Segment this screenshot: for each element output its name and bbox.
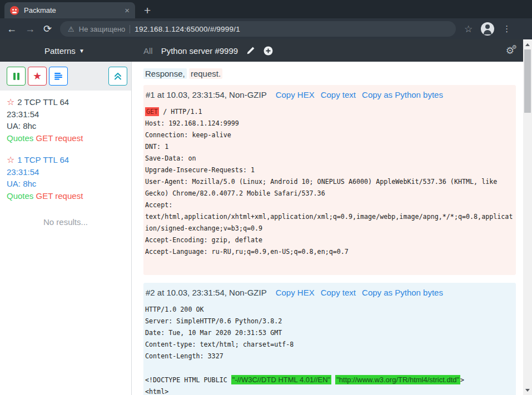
star-icon: ★ (33, 71, 42, 81)
forward-icon[interactable]: → (25, 24, 35, 34)
browser-toolbar: ← → ⟳ ⚠ Не защищено 192.168.1.124:65000/… (0, 18, 532, 39)
copy-copy-text-link[interactable]: Copy text (321, 90, 356, 99)
packet-list: #1 at 10.03, 23:31:54, Non-GZIPCopy HEXC… (143, 85, 516, 395)
profile-avatar[interactable] (481, 22, 494, 36)
page-scrollbar[interactable] (523, 40, 532, 395)
packmate-favicon (10, 6, 19, 15)
packet-body: HTTP/1.0 200 OKServer: SimpleHTTP/0.6 Py… (145, 304, 514, 395)
add-service-button[interactable] (263, 46, 273, 56)
stream-tags: Quotes GET request (7, 132, 125, 144)
stream-title-row: ☆1 TCP TTL 64 (7, 154, 125, 166)
packet-line: Content-Length: 3327 (145, 351, 514, 362)
packet-line: GET / HTTP/1.1 (145, 106, 514, 118)
packet-line: Date: Tue, 10 Mar 2020 20:31:53 GMT (145, 327, 514, 339)
service-title: Python server #9999 (161, 46, 238, 56)
copy-copy-as-python-bytes-link[interactable]: Copy as Python bytes (362, 288, 443, 297)
browser-menu-icon[interactable]: ⋮ (503, 24, 511, 34)
new-tab-button[interactable]: + (144, 4, 151, 16)
packet-meta: #2 at 10.03, 23:31:54, Non-GZIP (146, 288, 267, 297)
copy-copy-hex-link[interactable]: Copy HEX (276, 288, 315, 297)
stream-user-agent: UA: 8hc (7, 120, 125, 132)
highlight-found: "http://www.w3.org/TR/html4/strict.dtd" (335, 375, 460, 384)
packet-header: #1 at 10.03, 23:31:54, Non-GZIPCopy HEXC… (146, 90, 514, 99)
stream-tags: Quotes GET request (7, 190, 125, 202)
packet-line: DNT: 1 (145, 141, 514, 153)
packet-line: text/html,application/xhtml+xml,applicat… (145, 211, 514, 223)
stream-time: 23:31:54 (7, 108, 125, 121)
url-bar[interactable]: ⚠ Не защищено 192.168.1.124:65000/#/9999… (60, 21, 456, 37)
back-icon[interactable]: ← (7, 24, 17, 34)
pause-button[interactable] (7, 67, 26, 86)
legend: Response, request. (143, 69, 516, 78)
stream-sidebar: ★ ☆2 TCP TTL 6423:31:54UA: 8hcQuotes GET… (0, 62, 132, 395)
url-text[interactable]: 192.168.1.124:65000/#/9999/1 (135, 25, 240, 33)
stream-title: 1 TCP TTL 64 (17, 155, 69, 164)
security-warning-icon[interactable]: ⚠ (68, 25, 74, 33)
browser-tab[interactable]: Packmate × (4, 2, 135, 18)
scrollbar-thumb[interactable] (524, 49, 531, 113)
collapse-sidebar-button[interactable] (108, 67, 127, 86)
packet-line: Content-type: text/html; charset=utf-8 (145, 339, 514, 351)
patterns-menu[interactable]: Patterns ▼ (0, 46, 132, 56)
list-filter-button[interactable] (49, 67, 68, 86)
packet-line: Connection: keep-alive (145, 129, 514, 141)
stream-time: 23:31:54 (7, 166, 125, 178)
caret-down-icon: ▼ (79, 48, 84, 54)
packet-line: User-Agent: Mozilla/5.0 (Linux; Android … (145, 176, 514, 188)
security-warning-label: Не защищено (79, 25, 126, 33)
stream-item[interactable]: ☆1 TCP TTL 6423:31:54UA: 8hcQuotes GET r… (0, 148, 131, 206)
highlight-found: "-//W3C//DTD HTML 4.01//EN" (231, 375, 331, 384)
packet-line: Accept: (145, 199, 514, 211)
scroll-up-arrow-icon[interactable] (525, 43, 530, 46)
packet-line: Accept-Encoding: gzip, deflate (145, 234, 514, 246)
packet-card-response: #2 at 10.03, 23:31:54, Non-GZIPCopy HEXC… (143, 283, 516, 395)
tab-close-icon[interactable]: × (125, 6, 130, 15)
packet-header: #2 at 10.03, 23:31:54, Non-GZIPCopy HEXC… (146, 288, 514, 297)
app-header: Patterns ▼ All Python server #9999 ⚙⚙ (0, 39, 523, 62)
url-separator (130, 25, 130, 33)
copy-copy-as-python-bytes-link[interactable]: Copy as Python bytes (362, 90, 443, 99)
nav-all-link[interactable]: All (143, 46, 153, 56)
sidebar-toolbar: ★ (0, 62, 131, 91)
highlight-request: GET (145, 107, 159, 116)
packet-line: HTTP/1.0 200 OK (145, 304, 514, 316)
pause-icon (13, 73, 16, 80)
legend-response: Response, (143, 68, 187, 79)
packet-line (145, 362, 514, 374)
copy-copy-text-link[interactable]: Copy text (321, 288, 356, 297)
packet-line: Upgrade-Insecure-Requests: 1 (145, 164, 514, 176)
no-results-label: No results... (0, 217, 131, 227)
align-left-icon (54, 72, 63, 81)
packet-line: ion/signed-exchange;v=b3;q=0.9 (145, 223, 514, 234)
favorite-star-icon[interactable]: ☆ (7, 155, 14, 164)
legend-request: request. (189, 68, 222, 79)
packet-line: Host: 192.168.1.124:9999 (145, 118, 514, 129)
stream-list: ☆2 TCP TTL 6423:31:54UA: 8hcQuotes GET r… (0, 91, 131, 206)
stream-tag: Quotes (7, 133, 33, 143)
packet-line: <!DOCTYPE HTML PUBLIC "-//W3C//DTD HTML … (145, 374, 514, 386)
browser-tab-strip: Packmate × + (0, 0, 532, 18)
favorites-filter-button[interactable]: ★ (28, 67, 47, 86)
edit-service-button[interactable] (246, 46, 255, 55)
packet-meta: #1 at 10.03, 23:31:54, Non-GZIP (146, 90, 267, 99)
stream-tag: GET request (36, 133, 83, 143)
reload-icon[interactable]: ⟳ (43, 24, 52, 34)
settings-gears-icon[interactable]: ⚙⚙ (506, 45, 514, 57)
packet-card-request: #1 at 10.03, 23:31:54, Non-GZIPCopy HEXC… (143, 85, 516, 275)
favorite-star-icon[interactable]: ☆ (7, 97, 14, 107)
stream-item[interactable]: ☆2 TCP TTL 6423:31:54UA: 8hcQuotes GET r… (0, 91, 131, 148)
packet-line: Gecko) Chrome/82.0.4077.2 Mobile Safari/… (145, 188, 514, 199)
packet-body: GET / HTTP/1.1Host: 192.168.1.124:9999Co… (145, 106, 514, 269)
stream-title-row: ☆2 TCP TTL 64 (7, 96, 125, 108)
packet-line: Server: SimpleHTTP/0.6 Python/3.8.2 (145, 316, 514, 327)
chevron-double-up-icon (113, 72, 122, 81)
stream-user-agent: UA: 8hc (7, 178, 125, 190)
bookmark-star-icon[interactable]: ☆ (464, 23, 473, 35)
packet-line: <html> (145, 386, 514, 395)
packet-line: Accept-Language: ru-RU,ru;q=0.9,en-US;q=… (145, 246, 514, 258)
scroll-down-arrow-icon[interactable] (525, 389, 530, 392)
copy-copy-hex-link[interactable]: Copy HEX (276, 90, 315, 99)
tab-title: Packmate (24, 6, 120, 14)
service-nav: All Python server #9999 (132, 46, 273, 56)
packet-line (145, 258, 514, 269)
